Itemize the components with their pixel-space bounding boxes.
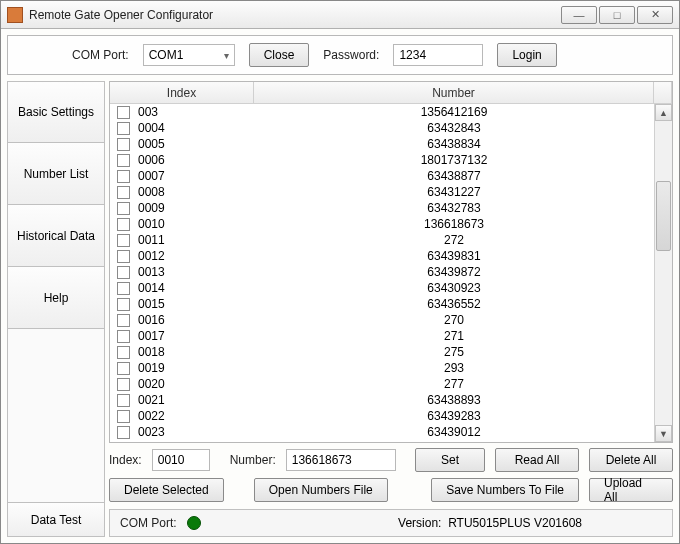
table-row[interactable]: 000863431227 (110, 184, 654, 200)
password-input[interactable]: 1234 (393, 44, 483, 66)
table-row[interactable]: 001263439831 (110, 248, 654, 264)
table-row[interactable]: 0020277 (110, 376, 654, 392)
column-header-index[interactable]: Index (110, 82, 254, 103)
row-checkbox-cell (110, 330, 136, 343)
sidebar-item-number-list[interactable]: Number List (7, 143, 105, 205)
table-row[interactable]: 000963432783 (110, 200, 654, 216)
table-row[interactable]: 0016270 (110, 312, 654, 328)
row-checkbox[interactable] (117, 170, 130, 183)
row-checkbox[interactable] (117, 426, 130, 439)
row-checkbox-cell (110, 234, 136, 247)
row-checkbox[interactable] (117, 234, 130, 247)
close-port-button[interactable]: Close (249, 43, 310, 67)
table-row[interactable]: 000463432843 (110, 120, 654, 136)
row-checkbox-cell (110, 106, 136, 119)
row-checkbox[interactable] (117, 314, 130, 327)
table-row[interactable]: 001363439872 (110, 264, 654, 280)
row-number: 63432843 (254, 121, 654, 135)
row-checkbox[interactable] (117, 378, 130, 391)
scroll-track[interactable] (655, 121, 672, 425)
table-row[interactable]: 0010136618673 (110, 216, 654, 232)
save-numbers-to-file-button[interactable]: Save Numbers To File (431, 478, 579, 502)
table-row[interactable]: 000563438834 (110, 136, 654, 152)
top-toolbar: COM Port: COM1 Close Password: 1234 Logi… (7, 35, 673, 75)
row-checkbox[interactable] (117, 250, 130, 263)
open-numbers-file-button[interactable]: Open Numbers File (254, 478, 388, 502)
sidebar: Basic Settings Number List Historical Da… (7, 81, 105, 537)
upload-all-button[interactable]: Upload All (589, 478, 673, 502)
row-index: 0015 (136, 297, 254, 311)
row-checkbox[interactable] (117, 362, 130, 375)
column-header-scroll (654, 82, 672, 103)
row-index: 0007 (136, 169, 254, 183)
sidebar-item-basic-settings[interactable]: Basic Settings (7, 81, 105, 143)
table-row[interactable]: 002263439283 (110, 408, 654, 424)
table-row[interactable]: 0031356412169 (110, 104, 654, 120)
row-index: 0011 (136, 233, 254, 247)
row-checkbox[interactable] (117, 346, 130, 359)
row-checkbox-cell (110, 170, 136, 183)
table-row[interactable]: 0017271 (110, 328, 654, 344)
row-number: 1356412169 (254, 105, 654, 119)
table-row[interactable]: 002363439012 (110, 424, 654, 440)
row-index: 0014 (136, 281, 254, 295)
row-index: 0016 (136, 313, 254, 327)
table-row[interactable]: 000763438877 (110, 168, 654, 184)
login-button[interactable]: Login (497, 43, 556, 67)
row-checkbox-cell (110, 426, 136, 439)
com-port-combo[interactable]: COM1 (143, 44, 235, 66)
table-row[interactable]: 0018275 (110, 344, 654, 360)
row-index: 0019 (136, 361, 254, 375)
table-row[interactable]: 0019293 (110, 360, 654, 376)
main-area: Basic Settings Number List Historical Da… (7, 81, 673, 537)
table-row[interactable]: 002163438893 (110, 392, 654, 408)
row-index: 0017 (136, 329, 254, 343)
row-index: 003 (136, 105, 254, 119)
number-label: Number: (230, 453, 276, 467)
row-checkbox[interactable] (117, 138, 130, 151)
row-index: 0013 (136, 265, 254, 279)
row-number: 63431227 (254, 185, 654, 199)
row-checkbox[interactable] (117, 106, 130, 119)
sidebar-item-data-test[interactable]: Data Test (7, 503, 105, 537)
vertical-scrollbar[interactable]: ▲ ▼ (654, 104, 672, 442)
row-checkbox[interactable] (117, 266, 130, 279)
row-checkbox[interactable] (117, 330, 130, 343)
maximize-button[interactable]: □ (599, 6, 635, 24)
row-checkbox[interactable] (117, 154, 130, 167)
number-input[interactable]: 136618673 (286, 449, 396, 471)
minimize-button[interactable]: — (561, 6, 597, 24)
column-header-number[interactable]: Number (254, 82, 654, 103)
status-bar: COM Port: Version: RTU5015PLUS V201608 (109, 509, 673, 537)
set-button[interactable]: Set (415, 448, 485, 472)
scroll-down-arrow-icon[interactable]: ▼ (655, 425, 672, 442)
row-checkbox[interactable] (117, 202, 130, 215)
row-checkbox-cell (110, 298, 136, 311)
row-checkbox[interactable] (117, 298, 130, 311)
row-number: 136618673 (254, 217, 654, 231)
row-checkbox[interactable] (117, 410, 130, 423)
row-checkbox[interactable] (117, 394, 130, 407)
delete-selected-button[interactable]: Delete Selected (109, 478, 224, 502)
row-index: 0018 (136, 345, 254, 359)
table-row[interactable]: 001463430923 (110, 280, 654, 296)
read-all-button[interactable]: Read All (495, 448, 579, 472)
row-checkbox[interactable] (117, 218, 130, 231)
close-window-button[interactable]: ✕ (637, 6, 673, 24)
table-row[interactable]: 00061801737132 (110, 152, 654, 168)
client-area: COM Port: COM1 Close Password: 1234 Logi… (1, 29, 679, 543)
row-number: 63438834 (254, 137, 654, 151)
scroll-up-arrow-icon[interactable]: ▲ (655, 104, 672, 121)
row-checkbox[interactable] (117, 282, 130, 295)
table-row[interactable]: 0011272 (110, 232, 654, 248)
delete-all-button[interactable]: Delete All (589, 448, 673, 472)
app-window: Remote Gate Opener Configurator — □ ✕ CO… (0, 0, 680, 544)
row-checkbox[interactable] (117, 122, 130, 135)
row-checkbox-cell (110, 378, 136, 391)
sidebar-item-help[interactable]: Help (7, 267, 105, 329)
scroll-thumb[interactable] (656, 181, 671, 251)
index-input[interactable]: 0010 (152, 449, 210, 471)
row-checkbox[interactable] (117, 186, 130, 199)
table-row[interactable]: 001563436552 (110, 296, 654, 312)
sidebar-item-historical-data[interactable]: Historical Data (7, 205, 105, 267)
